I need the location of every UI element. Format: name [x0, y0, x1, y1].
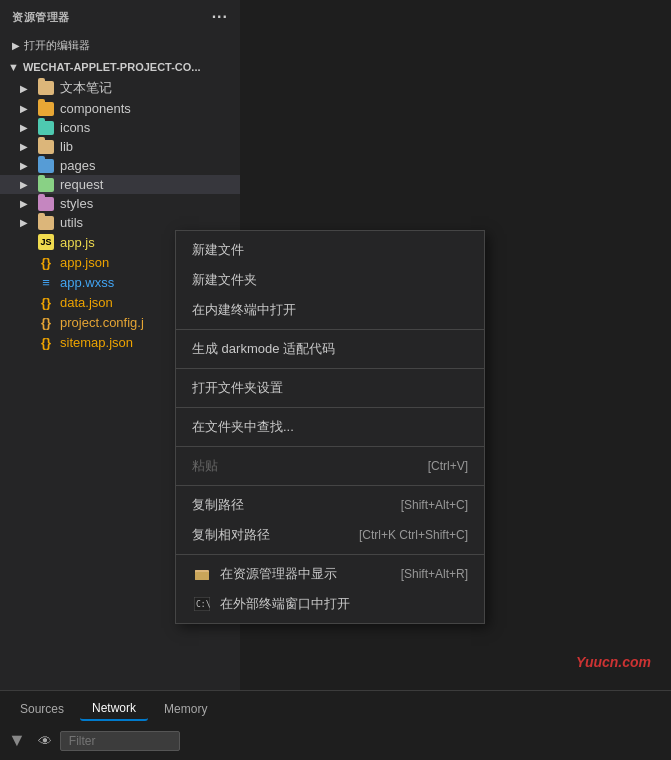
json-icon-datajson: {} — [38, 294, 54, 310]
menu-separator-4 — [176, 446, 484, 447]
menu-item-copy-relative-path[interactable]: 复制相对路径 [Ctrl+K Ctrl+Shift+C] — [176, 520, 484, 550]
tree-item-wenben[interactable]: ▶ 文本笔记 — [0, 77, 240, 99]
menu-item-paste[interactable]: 粘贴 [Ctrl+V] — [176, 451, 484, 481]
wxss-icon-appwxss: ≡ — [38, 274, 54, 290]
json-icon-projectconfig: {} — [38, 314, 54, 330]
svg-rect-1 — [195, 572, 209, 580]
tree-arrow-lib: ▶ — [20, 141, 32, 152]
tree-label-utils: utils — [60, 215, 83, 230]
menu-label-copy-relative-path: 复制相对路径 — [192, 526, 270, 544]
folder-icon-request — [38, 178, 54, 192]
filter-bar: ▼ 👁 — [0, 726, 671, 755]
tree-item-request[interactable]: ▶ request — [0, 175, 240, 194]
tree-label-wenben: 文本笔记 — [60, 79, 112, 97]
tab-network[interactable]: Network — [80, 697, 148, 721]
tree-label-icons: icons — [60, 120, 90, 135]
folder-icon-lib — [38, 140, 54, 154]
watermark: Yuucn.com — [576, 654, 651, 670]
tabs-bar: Sources Network Memory — [0, 691, 671, 726]
tab-sources[interactable]: Sources — [8, 698, 76, 720]
tree-label-components: components — [60, 101, 131, 116]
menu-label-open-terminal: 在内建终端中打开 — [192, 301, 296, 319]
tree-arrow-utils: ▶ — [20, 217, 32, 228]
context-menu: 新建文件 新建文件夹 在内建终端中打开 生成 darkmode 适配代码 打开文… — [175, 230, 485, 624]
json-icon-sitemapjson: {} — [38, 334, 54, 350]
dropdown-arrow-icon[interactable]: ▼ — [8, 730, 26, 751]
folder-icon-utils — [38, 216, 54, 230]
tree-label-appjson: app.json — [60, 255, 109, 270]
tree-arrow-components: ▶ — [20, 103, 32, 114]
filter-input[interactable] — [60, 731, 180, 751]
menu-item-new-file[interactable]: 新建文件 — [176, 235, 484, 265]
menu-item-copy-path[interactable]: 复制路径 [Shift+Alt+C] — [176, 490, 484, 520]
svg-rect-2 — [195, 570, 201, 572]
tree-arrow-pages: ▶ — [20, 160, 32, 171]
project-arrow: ▼ — [8, 61, 19, 73]
tree-label-pages: pages — [60, 158, 95, 173]
menu-label-new-file: 新建文件 — [192, 241, 244, 259]
explorer-header: 资源管理器 ··· — [0, 0, 240, 34]
tree-label-lib: lib — [60, 139, 73, 154]
js-icon-appjs: JS — [38, 234, 54, 250]
menu-item-reveal-explorer[interactable]: 在资源管理器中显示 [Shift+Alt+R] — [176, 559, 484, 589]
tree-label-projectconfig: project.config.j — [60, 315, 144, 330]
tree-item-lib[interactable]: ▶ lib — [0, 137, 240, 156]
tree-arrow-styles: ▶ — [20, 198, 32, 209]
menu-separator-2 — [176, 368, 484, 369]
folder-icon-styles — [38, 197, 54, 211]
folder-icon-wenben — [38, 81, 54, 95]
menu-label-darkmode: 生成 darkmode 适配代码 — [192, 340, 335, 358]
tree-item-pages[interactable]: ▶ pages — [0, 156, 240, 175]
tree-label-styles: styles — [60, 196, 93, 211]
menu-item-find-in-folder[interactable]: 在文件夹中查找... — [176, 412, 484, 442]
menu-shortcut-reveal-explorer: [Shift+Alt+R] — [401, 567, 468, 581]
tree-arrow-wenben: ▶ — [20, 83, 32, 94]
tree-label-sitemapjson: sitemap.json — [60, 335, 133, 350]
menu-item-open-terminal[interactable]: 在内建终端中打开 — [176, 295, 484, 325]
menu-separator-6 — [176, 554, 484, 555]
menu-label-paste: 粘贴 — [192, 457, 218, 475]
bottom-bar: Sources Network Memory ▼ 👁 — [0, 690, 671, 760]
explorer-more-icon[interactable]: ··· — [212, 8, 228, 26]
folder-icon-components — [38, 102, 54, 116]
explorer-title: 资源管理器 — [12, 10, 70, 25]
menu-separator-5 — [176, 485, 484, 486]
menu-label-find-in-folder: 在文件夹中查找... — [192, 418, 294, 436]
menu-item-folder-settings[interactable]: 打开文件夹设置 — [176, 373, 484, 403]
menu-separator-3 — [176, 407, 484, 408]
tree-item-styles[interactable]: ▶ styles — [0, 194, 240, 213]
project-name-label: WECHAT-APPLET-PROJECT-CO... — [23, 61, 201, 73]
json-icon-appjson: {} — [38, 254, 54, 270]
folder-icon-icons — [38, 121, 54, 135]
menu-label-copy-path: 复制路径 — [192, 496, 244, 514]
open-editors-arrow: ▶ — [12, 40, 20, 51]
open-editors-label: 打开的编辑器 — [24, 38, 90, 53]
menu-shortcut-copy-relative-path: [Ctrl+K Ctrl+Shift+C] — [359, 528, 468, 542]
menu-item-open-external-terminal[interactable]: C:\ 在外部终端窗口中打开 — [176, 589, 484, 619]
tree-label-datajson: data.json — [60, 295, 113, 310]
menu-label-reveal-explorer: 在资源管理器中显示 — [220, 565, 337, 583]
tree-item-components[interactable]: ▶ components — [0, 99, 240, 118]
tree-label-request: request — [60, 177, 103, 192]
menu-item-new-folder[interactable]: 新建文件夹 — [176, 265, 484, 295]
tab-memory[interactable]: Memory — [152, 698, 219, 720]
svg-text:C:\: C:\ — [196, 600, 210, 609]
reveal-explorer-icon — [192, 566, 212, 582]
menu-shortcut-copy-path: [Shift+Alt+C] — [401, 498, 468, 512]
project-title-row[interactable]: ▼ WECHAT-APPLET-PROJECT-CO... — [0, 57, 240, 77]
eye-icon[interactable]: 👁 — [38, 733, 52, 749]
tree-arrow-icons: ▶ — [20, 122, 32, 133]
tree-label-appjs: app.js — [60, 235, 95, 250]
terminal-icon: C:\ — [192, 596, 212, 612]
reveal-explorer-content: 在资源管理器中显示 — [192, 565, 337, 583]
open-editors-section[interactable]: ▶ 打开的编辑器 — [0, 34, 240, 57]
menu-separator-1 — [176, 329, 484, 330]
tree-item-icons[interactable]: ▶ icons — [0, 118, 240, 137]
menu-label-new-folder: 新建文件夹 — [192, 271, 257, 289]
tree-label-appwxss: app.wxss — [60, 275, 114, 290]
folder-icon-pages — [38, 159, 54, 173]
menu-label-folder-settings: 打开文件夹设置 — [192, 379, 283, 397]
external-terminal-content: C:\ 在外部终端窗口中打开 — [192, 595, 350, 613]
menu-shortcut-paste: [Ctrl+V] — [428, 459, 468, 473]
menu-item-darkmode[interactable]: 生成 darkmode 适配代码 — [176, 334, 484, 364]
